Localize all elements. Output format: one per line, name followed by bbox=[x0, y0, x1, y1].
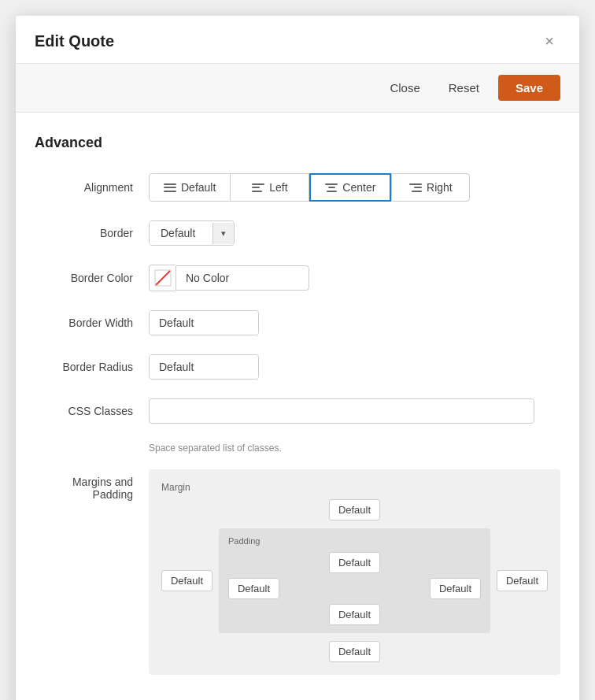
margin-top-row: Default bbox=[161, 499, 548, 520]
border-radius-input-wrap: px bbox=[149, 354, 259, 380]
border-radius-input[interactable] bbox=[150, 355, 259, 379]
alignment-control: Default Left Center bbox=[149, 173, 560, 202]
border-dropdown-arrow[interactable]: ▾ bbox=[213, 223, 234, 244]
border-width-input-wrap: px bbox=[149, 310, 259, 335]
padding-left-button[interactable]: Default bbox=[228, 578, 279, 599]
border-width-input[interactable] bbox=[150, 311, 259, 335]
padding-bottom-row: Default bbox=[228, 604, 481, 625]
modal-title: Edit Quote bbox=[35, 32, 114, 50]
alignment-label: Alignment bbox=[35, 181, 149, 194]
alignment-row: Alignment Default Left bbox=[35, 173, 560, 202]
align-right-icon bbox=[409, 183, 422, 192]
edit-quote-modal: Edit Quote × Close Reset Save Advanced A… bbox=[16, 16, 579, 700]
border-color-input[interactable] bbox=[176, 265, 309, 291]
align-right-button[interactable]: Right bbox=[391, 173, 470, 202]
margins-padding-row: Margins and Padding Margin Default Defau… bbox=[35, 469, 560, 675]
padding-box: Padding Default Default Default Default bbox=[219, 528, 490, 633]
section-title: Advanced bbox=[35, 135, 560, 151]
border-width-row: Border Width px bbox=[35, 310, 560, 335]
border-width-control: px bbox=[149, 310, 560, 335]
modal-close-button[interactable]: × bbox=[538, 30, 560, 52]
border-row: Border Default ▾ bbox=[35, 220, 560, 246]
align-center-label: Center bbox=[342, 181, 375, 194]
modal-header: Edit Quote × bbox=[16, 16, 579, 64]
margin-right-button[interactable]: Default bbox=[497, 570, 548, 591]
css-classes-label: CSS Classes bbox=[35, 405, 149, 417]
no-color-icon bbox=[154, 269, 172, 287]
margins-padding-label: Margins and Padding bbox=[35, 469, 149, 501]
border-radius-control: px bbox=[149, 354, 560, 380]
css-classes-hint: Space separated list of classes. bbox=[149, 443, 560, 454]
padding-top-row: Default bbox=[228, 552, 481, 573]
border-radius-label: Border Radius bbox=[35, 361, 149, 373]
align-center-icon bbox=[325, 183, 338, 192]
save-button[interactable]: Save bbox=[498, 75, 560, 101]
alignment-group: Default Left Center bbox=[149, 173, 470, 202]
padding-right-button[interactable]: Default bbox=[430, 578, 481, 599]
margin-bottom-button[interactable]: Default bbox=[329, 641, 380, 662]
margin-top-button[interactable]: Default bbox=[329, 499, 380, 520]
align-default-button[interactable]: Default bbox=[149, 173, 231, 202]
close-button[interactable]: Close bbox=[380, 76, 429, 99]
margin-label: Margin bbox=[161, 482, 548, 493]
border-color-label: Border Color bbox=[35, 272, 149, 284]
border-color-row: Border Color bbox=[35, 265, 560, 291]
align-default-label: Default bbox=[181, 181, 216, 194]
border-radius-row: Border Radius px bbox=[35, 354, 560, 380]
margins-box: Margin Default Default Padding Default bbox=[149, 469, 560, 675]
align-default-icon bbox=[164, 183, 176, 192]
align-right-label: Right bbox=[427, 181, 453, 194]
css-classes-input[interactable] bbox=[149, 398, 534, 424]
border-select[interactable]: Default ▾ bbox=[149, 220, 235, 246]
content-area: Advanced Alignment Default L bbox=[16, 113, 579, 700]
reset-button[interactable]: Reset bbox=[439, 76, 489, 99]
css-classes-row: CSS Classes bbox=[35, 398, 560, 424]
align-left-button[interactable]: Left bbox=[231, 173, 309, 202]
padding-bottom-button[interactable]: Default bbox=[329, 604, 380, 625]
margin-left-button[interactable]: Default bbox=[161, 570, 213, 591]
align-center-button[interactable]: Center bbox=[309, 173, 391, 202]
css-classes-control bbox=[149, 398, 560, 424]
margin-middle-row: Default Padding Default Default Default bbox=[161, 528, 548, 633]
border-label: Border bbox=[35, 227, 149, 239]
border-width-label: Border Width bbox=[35, 317, 149, 329]
padding-middle-row: Default Default bbox=[228, 578, 481, 599]
padding-top-button[interactable]: Default bbox=[329, 552, 380, 573]
toolbar: Close Reset Save bbox=[16, 64, 579, 113]
align-left-label: Left bbox=[269, 181, 287, 194]
border-select-value: Default bbox=[150, 221, 213, 245]
align-left-icon bbox=[252, 183, 264, 192]
padding-label: Padding bbox=[228, 536, 481, 546]
border-color-control bbox=[149, 265, 560, 291]
color-swatch[interactable] bbox=[149, 265, 176, 291]
border-control: Default ▾ bbox=[149, 220, 560, 246]
margin-bottom-row: Default bbox=[161, 641, 548, 662]
